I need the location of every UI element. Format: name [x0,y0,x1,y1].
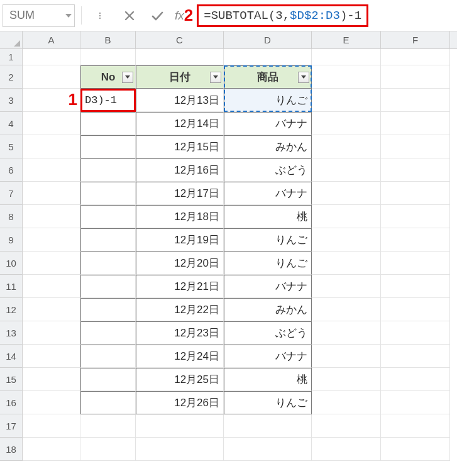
cell-F11[interactable] [381,275,450,298]
cell-E14[interactable] [312,345,381,368]
cell-B11[interactable] [80,275,136,298]
cell-B14[interactable] [80,345,136,368]
cell-C17[interactable] [136,414,224,438]
cell-B13[interactable] [80,321,136,345]
cell-E7[interactable] [312,182,381,205]
cell-B10[interactable] [80,252,136,275]
cell-D3[interactable]: りんご [224,89,312,112]
cell-F5[interactable] [381,135,450,158]
cell-C6[interactable]: 12月16日 [136,158,224,182]
row-header-5[interactable]: 5 [0,135,23,158]
name-box-dropdown-icon[interactable] [65,14,72,18]
cell-E1[interactable] [312,49,381,65]
cell-F1[interactable] [381,49,450,65]
cell-C15[interactable]: 12月25日 [136,368,224,391]
cell-B5[interactable] [80,135,136,158]
cell-F6[interactable] [381,158,450,182]
cell-C8[interactable]: 12月18日 [136,205,224,228]
cell-F15[interactable] [381,368,450,391]
select-all-corner[interactable] [0,31,23,48]
row-header-3[interactable]: 3 [0,89,23,112]
table-header-no[interactable]: No [80,65,136,89]
cell-F16[interactable] [381,391,450,414]
cell-E8[interactable] [312,205,381,228]
enter-button[interactable] [148,7,166,25]
cell-B8[interactable] [80,205,136,228]
cell-E12[interactable] [312,298,381,321]
row-header-17[interactable]: 17 [0,414,23,438]
cell-D8[interactable]: 桃 [224,205,312,228]
cell-B18[interactable] [80,438,136,461]
cell-B3-editing[interactable]: D3)-1 [80,89,136,112]
cell-C9[interactable]: 12月19日 [136,228,224,252]
cell-E9[interactable] [312,228,381,252]
cell-E13[interactable] [312,321,381,345]
cell-B7[interactable] [80,182,136,205]
col-header-C[interactable]: C [136,31,224,48]
cell-E10[interactable] [312,252,381,275]
cell-A17[interactable] [23,414,80,438]
cell-A2[interactable] [23,65,80,89]
col-header-E[interactable]: E [312,31,381,48]
cancel-button[interactable] [121,7,138,25]
row-header-1[interactable]: 1 [0,49,23,65]
cell-E11[interactable] [312,275,381,298]
cell-F8[interactable] [381,205,450,228]
col-header-F[interactable]: F [381,31,450,48]
cell-D15[interactable]: 桃 [224,368,312,391]
cell-A16[interactable] [23,391,80,414]
cell-E5[interactable] [312,135,381,158]
cell-C7[interactable]: 12月17日 [136,182,224,205]
row-header-16[interactable]: 16 [0,391,23,414]
cell-E2[interactable] [312,65,381,89]
col-header-A[interactable]: A [23,31,80,48]
cell-D14[interactable]: バナナ [224,345,312,368]
cell-E6[interactable] [312,158,381,182]
cell-F2[interactable] [381,65,450,89]
col-header-B[interactable]: B [80,31,136,48]
cell-B12[interactable] [80,298,136,321]
cell-D17[interactable] [224,414,312,438]
cell-A10[interactable] [23,252,80,275]
cell-C10[interactable]: 12月20日 [136,252,224,275]
cell-A1[interactable] [23,49,80,65]
row-header-15[interactable]: 15 [0,368,23,391]
cell-A9[interactable] [23,228,80,252]
cell-F14[interactable] [381,345,450,368]
cell-F4[interactable] [381,112,450,135]
row-header-7[interactable]: 7 [0,182,23,205]
cell-E15[interactable] [312,368,381,391]
row-header-18[interactable]: 18 [0,438,23,461]
col-header-D[interactable]: D [224,31,312,48]
row-header-8[interactable]: 8 [0,205,23,228]
cell-B1[interactable] [80,49,136,65]
cell-D11[interactable]: バナナ [224,275,312,298]
cell-B17[interactable] [80,414,136,438]
name-box[interactable]: SUM [3,4,75,27]
cell-B6[interactable] [80,158,136,182]
cell-F18[interactable] [381,438,450,461]
row-header-9[interactable]: 9 [0,228,23,252]
cell-D9[interactable]: りんご [224,228,312,252]
table-header-date[interactable]: 日付 [136,65,224,89]
cell-C4[interactable]: 12月14日 [136,112,224,135]
cell-C1[interactable] [136,49,224,65]
row-header-12[interactable]: 12 [0,298,23,321]
cell-D12[interactable]: みかん [224,298,312,321]
cell-B15[interactable] [80,368,136,391]
fx-icon[interactable]: fx [175,9,184,23]
cell-D13[interactable]: ぶどう [224,321,312,345]
filter-button-item[interactable] [298,72,309,83]
cell-A11[interactable] [23,275,80,298]
cell-C13[interactable]: 12月23日 [136,321,224,345]
cell-C12[interactable]: 12月22日 [136,298,224,321]
cell-D10[interactable]: りんご [224,252,312,275]
filter-button-date[interactable] [210,72,221,83]
cell-C14[interactable]: 12月24日 [136,345,224,368]
expand-formula-button[interactable] [93,7,111,25]
cell-A12[interactable] [23,298,80,321]
cell-C18[interactable] [136,438,224,461]
cell-D6[interactable]: ぶどう [224,158,312,182]
cell-C3[interactable]: 12月13日 [136,89,224,112]
cell-F9[interactable] [381,228,450,252]
